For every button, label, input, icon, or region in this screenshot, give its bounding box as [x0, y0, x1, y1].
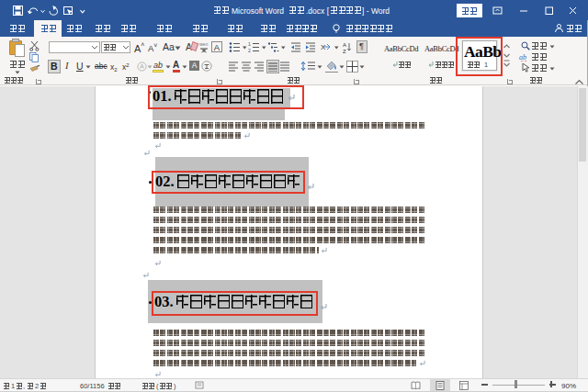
svg-text:ab: ab: [519, 53, 526, 62]
svg-text:Z: Z: [343, 49, 346, 54]
svg-text:X: X: [321, 43, 326, 51]
svg-text:wen: wen: [199, 41, 208, 47]
svg-text:2: 2: [248, 48, 251, 53]
svg-text:A: A: [343, 42, 346, 48]
svg-text:1: 1: [248, 41, 251, 47]
